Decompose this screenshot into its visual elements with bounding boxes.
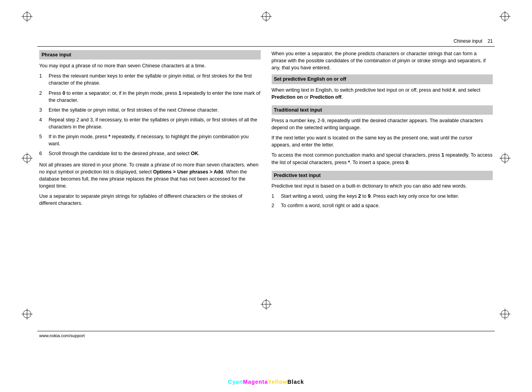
reg-mark-ml [22,153,33,164]
step-6-num: 6 [39,150,45,157]
page-number: 21 [488,38,493,44]
footer-url: www.nokia.com/support [39,333,85,338]
predictive-text-heading: Predictive text input [272,171,493,180]
cmyk-magenta: Magenta [243,379,268,385]
cmyk-cyan: Cyan [228,379,243,385]
phrase-input-section: Phrase input You may input a phrase of n… [39,50,261,207]
set-predictive-heading: Set predictive English on or off [272,74,493,84]
cmyk-yellow: Yellow [268,379,288,385]
reg-mark-br [499,309,510,320]
predictive-step-1: 1 Start writing a word, using the keys 2… [272,193,493,200]
page-container: Chinese input 21 Phrase input You may in… [0,0,532,392]
separator-predict-text: When you enter a separator, the phone pr… [272,50,493,71]
traditional-para1: Press a number key, 2-9, repeatedly unti… [272,117,493,131]
set-predictive-text: When writing text in English, to switch … [272,87,493,101]
step-3: 3 Enter the syllable or pinyin initial, … [39,107,261,114]
reg-mark-bl [22,309,33,320]
step-5-text: If in the pinyin mode, press * repeatedl… [49,133,261,147]
step-4: 4 Repeat step 2 and 3, if necessary, to … [39,116,261,130]
step-5: 5 If in the pinyin mode, press * repeate… [39,133,261,147]
p-step-2-text: To confirm a word, scroll right or add a… [281,202,493,209]
right-column: When you enter a separator, the phone pr… [272,50,493,327]
step-3-num: 3 [39,107,45,114]
traditional-text-heading: Traditional text input [272,105,493,115]
left-column: Phrase input You may input a phrase of n… [39,50,261,327]
step-6-text: Scroll through the candidate list to the… [49,150,261,157]
phrase-input-intro: You may input a phrase of no more than s… [39,62,261,69]
step-1-text: Press the relevant number keys to enter … [49,72,261,87]
traditional-para2: If the next letter you want is located o… [272,134,493,148]
predictive-intro: Predictive text input is based on a buil… [272,182,493,190]
chapter-title: Chinese input [454,38,482,44]
separator-usage-text: Use a separator to separate pinyin strin… [39,193,261,207]
set-predictive-section: Set predictive English on or off When wr… [272,74,493,100]
traditional-text-section: Traditional text input Press a number ke… [272,105,493,166]
predictive-steps: 1 Start writing a word, using the keys 2… [272,193,493,209]
phrase-input-steps: 1 Press the relevant number keys to ente… [39,72,261,157]
reg-mark-tl [22,11,33,22]
p-step-1-num: 1 [272,193,278,200]
step-3-text: Enter the syllable or pinyin initial, or… [49,107,261,114]
content-area: Phrase input You may input a phrase of n… [39,50,493,327]
phrase-not-all-text: Not all phrases are stored in your phone… [39,161,261,190]
traditional-para3: To access the most common punctuation ma… [272,152,493,166]
step-2-text: Press 0 to enter a separator; or, if in … [49,90,261,104]
footer-rule [37,331,495,331]
step-4-num: 4 [39,116,45,130]
step-4-text: Repeat step 2 and 3, if necessary, to en… [49,116,261,130]
step-1: 1 Press the relevant number keys to ente… [39,72,261,87]
cmyk-black: Black [287,379,304,385]
reg-mark-tr [499,11,510,22]
cmyk-bar: Cyan Magenta Yellow Black [228,379,304,385]
phrase-input-heading: Phrase input [39,50,261,60]
predictive-text-section: Predictive text input Predictive text in… [272,171,493,210]
step-6: 6 Scroll through the candidate list to t… [39,150,261,157]
step-1-num: 1 [39,72,45,87]
p-step-2-num: 2 [272,202,278,209]
reg-mark-mr [499,153,510,164]
p-step-1-text: Start writing a word, using the keys 2 t… [281,193,493,200]
step-2: 2 Press 0 to enter a separator; or, if i… [39,90,261,104]
step-2-num: 2 [39,90,45,104]
step-5-num: 5 [39,133,45,147]
reg-mark-tc [261,11,272,22]
predictive-step-2: 2 To confirm a word, scroll right or add… [272,202,493,209]
header-rule [37,46,495,47]
header-text: Chinese input 21 [454,38,493,44]
